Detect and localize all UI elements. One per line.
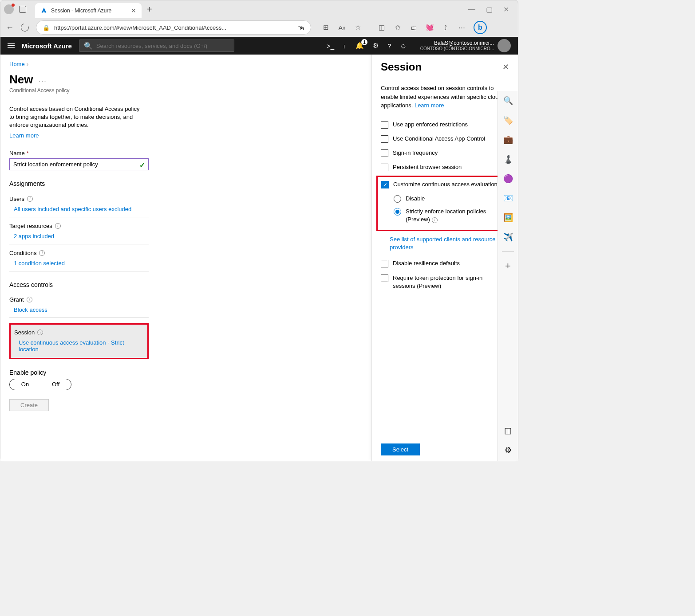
info-icon[interactable]: i [37, 330, 43, 335]
share-icon[interactable]: ⤴ [442, 24, 450, 31]
grant-row[interactable]: Granti [9, 296, 149, 303]
notifications-icon[interactable]: 🔔1 [355, 42, 364, 50]
checkbox-icon[interactable] [381, 164, 388, 171]
breadcrumb-home[interactable]: Home [9, 61, 25, 67]
radio-cae-strict[interactable]: Strictly enforce location policies (Prev… [394, 208, 509, 224]
maximize-icon[interactable]: ▢ [486, 5, 493, 14]
azure-content: Home› New ··· Conditional Access policy … [0, 55, 518, 461]
sidebar-games-icon[interactable]: ♟️ [503, 154, 513, 165]
azure-search-input[interactable] [96, 43, 229, 49]
radio-cae-disable[interactable]: Disable [394, 195, 509, 203]
refresh-button[interactable] [20, 22, 31, 33]
page-more-icon[interactable]: ··· [38, 77, 47, 85]
sidebar-add-icon[interactable]: + [503, 261, 513, 271]
url-bar[interactable]: 🔒 https://portal.azure.com/#view/Microso… [36, 20, 311, 35]
page-description: Control access based on Conditional Acce… [9, 105, 142, 129]
grant-value[interactable]: Block access [9, 306, 149, 318]
sidebar-drop-icon[interactable]: ✈️ [503, 232, 513, 243]
bing-chat-icon[interactable]: b [474, 21, 487, 34]
browser-tab[interactable]: Session - Microsoft Azure ✕ [35, 3, 142, 18]
checkbox-icon[interactable] [381, 135, 388, 143]
sidebar-office-icon[interactable]: 🟣 [503, 173, 513, 184]
chevron-right-icon: › [27, 61, 28, 67]
info-icon[interactable]: i [27, 297, 32, 302]
performance-icon[interactable]: 💓 [426, 24, 434, 31]
favorites-bar-icon[interactable]: ✩ [394, 24, 402, 31]
learn-more-link[interactable]: Learn more [9, 132, 39, 139]
target-value[interactable]: 2 apps included [9, 233, 149, 244]
favorite-icon[interactable]: ☆ [354, 24, 362, 31]
feedback-icon[interactable]: ☺ [400, 42, 407, 50]
checkbox-icon[interactable] [381, 121, 388, 129]
info-icon[interactable]: i [39, 250, 45, 256]
checkbox-icon[interactable] [381, 260, 388, 267]
create-button[interactable]: Create [9, 399, 49, 411]
split-screen-icon[interactable]: ◫ [378, 24, 386, 31]
supported-clients-link[interactable]: See list of supported clients and resour… [390, 235, 509, 251]
conditions-value[interactable]: 1 condition selected [9, 260, 149, 271]
option-persistent-browser[interactable]: Persistent browser session i [381, 163, 509, 171]
sidebar-settings-icon[interactable]: ⚙ [503, 445, 513, 455]
sidebar-shopping-icon[interactable]: 🏷️ [503, 115, 513, 126]
back-button[interactable]: ← [6, 23, 14, 32]
radio-selected-icon[interactable] [394, 208, 401, 216]
close-window-icon[interactable]: ✕ [503, 5, 509, 14]
target-row[interactable]: Target resourcesi [9, 223, 149, 229]
azure-search[interactable]: 🔍 [79, 39, 234, 52]
browser-titlebar: Session - Microsoft Azure ✕ + — ▢ ✕ [0, 0, 518, 18]
option-customize-cae[interactable]: ✓ Customize continuous access evaluation… [381, 180, 509, 188]
minimize-icon[interactable]: — [468, 5, 475, 14]
radio-icon[interactable] [394, 195, 401, 203]
shopping-icon[interactable]: 🛍 [296, 24, 304, 31]
cloud-shell-icon[interactable]: >_ [327, 42, 334, 50]
users-value[interactable]: All users included and specific users ex… [9, 206, 149, 217]
read-aloud-icon[interactable]: A)) [338, 24, 346, 31]
sidebar-outlook-icon[interactable]: 📧 [503, 193, 513, 204]
panel-close-icon[interactable]: ✕ [502, 62, 509, 72]
sidebar-panel-icon[interactable]: ◫ [503, 425, 513, 436]
search-icon: 🔍 [84, 42, 93, 50]
option-disable-resilience[interactable]: Disable resilience defaults i [381, 259, 509, 267]
user-email: BalaS@contoso.onmicr... [420, 40, 494, 46]
more-icon[interactable]: ⋯ [458, 24, 466, 31]
tab-close-icon[interactable]: ✕ [131, 7, 136, 14]
option-signin-frequency[interactable]: Sign-in frequency i [381, 149, 509, 157]
checkbox-icon[interactable] [381, 149, 388, 157]
help-icon[interactable]: ? [387, 42, 391, 50]
info-icon[interactable]: i [432, 217, 438, 223]
azure-brand[interactable]: Microsoft Azure [22, 42, 72, 50]
settings-icon[interactable]: ⚙ [373, 42, 379, 50]
checkbox-checked-icon[interactable]: ✓ [381, 181, 389, 188]
session-row[interactable]: Sessioni [14, 329, 144, 336]
option-ca-app-control[interactable]: Use Conditional Access App Control i [381, 135, 509, 143]
browser-profile-icon[interactable] [4, 4, 14, 14]
session-value[interactable]: Use continuous access evaluation - Stric… [14, 339, 144, 353]
notification-badge: 1 [361, 39, 367, 45]
filter-icon[interactable]: ⫾ [343, 42, 347, 50]
policy-name-input[interactable] [9, 158, 149, 170]
sidebar-tools-icon[interactable]: 💼 [503, 134, 513, 145]
users-row[interactable]: Usersi [9, 196, 149, 202]
select-button[interactable]: Select [381, 443, 420, 455]
user-menu[interactable]: BalaS@contoso.onmicr... CONTOSO (CONTOSO… [420, 39, 511, 52]
info-icon[interactable]: i [55, 223, 61, 229]
toggle-on[interactable]: On [10, 379, 40, 390]
extensions-icon[interactable]: ⊞ [322, 24, 330, 31]
option-app-enforced[interactable]: Use app enforced restrictions i [381, 121, 509, 129]
page-subtitle: Conditional Access policy [9, 87, 363, 94]
workspaces-icon[interactable] [19, 6, 26, 13]
sidebar-image-icon[interactable]: 🖼️ [503, 212, 513, 223]
panel-learn-more-link[interactable]: Learn more [415, 102, 444, 109]
enable-policy-toggle[interactable]: On Off [9, 379, 71, 390]
new-tab-button[interactable]: + [147, 4, 152, 15]
checkbox-icon[interactable] [381, 275, 388, 282]
sidebar-search-icon[interactable]: 🔍 [503, 95, 513, 106]
option-token-protection[interactable]: Require token protection for sign-in ses… [381, 274, 509, 290]
conditions-row[interactable]: Conditionsi [9, 250, 149, 256]
edge-sidebar: 🔍 🏷️ 💼 ♟️ 🟣 📧 🖼️ ✈️ + ◫ ⚙ [498, 91, 518, 461]
lock-icon: 🔒 [43, 24, 50, 31]
hamburger-menu-icon[interactable] [8, 43, 15, 48]
toggle-off[interactable]: Off [40, 379, 71, 390]
info-icon[interactable]: i [27, 196, 33, 202]
collections-icon[interactable]: 🗂 [410, 24, 418, 31]
